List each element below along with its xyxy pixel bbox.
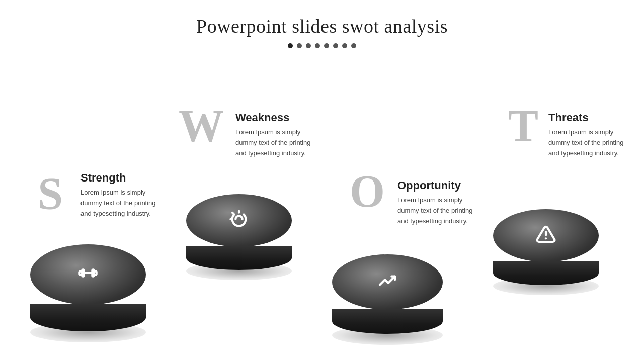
dot-3[interactable] [306,43,311,48]
strength-heading: Strength [80,171,161,185]
strength-body: Lorem Ipsum is simply dummy text of the … [80,188,161,219]
threats-icon [536,224,556,247]
dot-5[interactable] [324,43,329,48]
threats-heading: Threats [548,111,629,124]
slide-dots [0,43,644,48]
letter-t: T [508,104,538,149]
opportunity-heading: Opportunity [397,179,478,192]
text-strength: Strength Lorem Ipsum is simply dummy tex… [80,171,161,219]
cylinder-weakness [186,194,292,270]
dot-6[interactable] [333,43,338,48]
text-opportunity: Opportunity Lorem Ipsum is simply dummy … [397,179,478,226]
dot-1[interactable] [288,43,293,48]
dot-7[interactable] [342,43,347,48]
dot-2[interactable] [297,43,302,48]
strength-icon [78,263,98,286]
letter-o: O [350,169,385,214]
opportunity-body: Lorem Ipsum is simply dummy text of the … [397,195,478,226]
cylinder-threats [493,209,599,285]
cylinder-opportunity [332,254,443,334]
threats-body: Lorem Ipsum is simply dummy text of the … [548,127,629,158]
svg-rect-4 [94,272,97,275]
weakness-icon [229,209,249,232]
cylinder-strength [30,244,146,331]
opportunity-icon [377,270,397,294]
letter-w: W [179,104,224,149]
weakness-heading: Weakness [235,111,316,124]
letter-s: S [38,171,63,217]
dot-4[interactable] [315,43,320,48]
swot-container: S Strength Lorem Ipsum is simply dummy t… [0,53,644,355]
text-weakness: Weakness Lorem Ipsum is simply dummy tex… [235,111,316,158]
svg-line-6 [232,213,233,214]
dot-8[interactable] [351,43,356,48]
weakness-body: Lorem Ipsum is simply dummy text of the … [235,127,316,158]
page-title: Powerpoint slides swot analysis [0,0,644,37]
text-threats: Threats Lorem Ipsum is simply dummy text… [548,111,629,158]
